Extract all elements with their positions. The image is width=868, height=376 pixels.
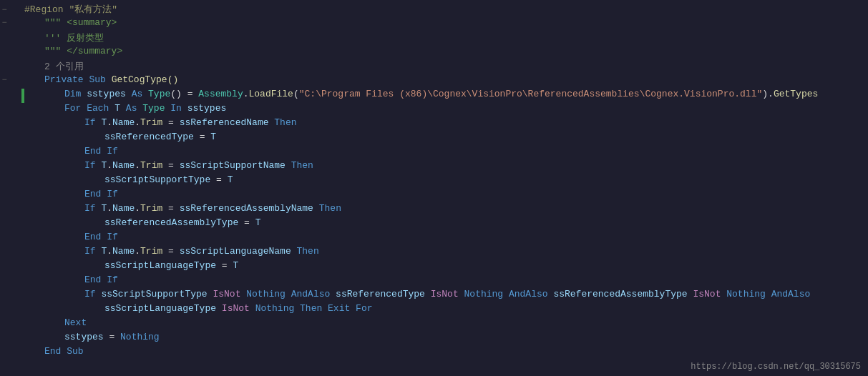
code-line: −#Region "私有方法" [0,3,868,17]
change-indicator [21,89,24,103]
token: ssScriptSupportName [180,160,291,171]
token: . [107,160,112,171]
token: Nothing [464,289,509,300]
code-tokens: #Region "私有方法" [24,3,117,16]
collapse-icon[interactable]: − [0,75,9,85]
code-line: Next [0,317,868,332]
token: = [222,260,233,271]
token: AndAlso [291,289,336,300]
code-tokens: If T.Name.Trim = ssScriptSupportName The… [84,160,313,171]
token: Assembly [198,89,243,99]
code-tokens: Next [64,317,87,328]
token: = [162,117,179,128]
token: T [255,217,261,228]
code-line: End If [0,232,868,246]
token: Name [112,203,135,214]
code-tokens: ssScriptLanguageType IsNot Nothing Then … [104,303,372,314]
code-tokens: If T.Name.Trim = ssReferencedAssemblyNam… [84,203,341,214]
token: ssReferencedType [104,132,200,142]
token: . [107,246,112,257]
token: For Each [64,103,114,114]
code-tokens: sstypes = Nothing [64,332,160,342]
line-gutter: − [0,18,21,28]
token: ssScriptLanguageType [104,303,222,314]
token: Then [291,160,313,171]
token: As [126,103,142,114]
token: Then [319,203,341,214]
code-tokens: Dim sstypes As Type() = Assembly.LoadFil… [64,89,818,99]
code-tokens: If T.Name.Trim = ssScriptLanguageName Th… [84,246,319,257]
token: sstypes [64,332,109,342]
token: End If [84,232,118,242]
code-line: ''' 反射类型 [0,31,868,46]
token: If [84,117,101,128]
token: ssReferencedName [180,117,275,128]
token: GetCogType() [112,74,179,85]
token: Trim [140,203,162,214]
token: IsNot [431,289,464,300]
token: . [135,160,140,171]
code-line: End Sub [0,346,868,360]
token: ssScriptSupportType [101,289,213,300]
token: = [162,160,179,171]
code-tokens: End Sub [44,346,84,357]
line-gutter: − [0,5,21,15]
code-line: ssReferencedType = T [0,132,868,146]
token: Nothing [246,289,291,300]
token: = [200,132,211,142]
token: ). [762,89,774,99]
token: Trim [140,117,162,128]
token: #Region [24,4,69,15]
token: ssScriptLanguageType [104,260,222,271]
token: AndAlso [509,289,553,300]
token: ( [293,89,299,99]
code-tokens: End If [84,146,118,157]
token: IsNot [213,289,246,300]
code-line: ssReferencedAssemblyType = T [0,217,868,232]
token: = [216,174,228,185]
token: ssReferencedAssemblyType [553,289,693,300]
code-line: ssScriptSupportType = T [0,174,868,189]
token: ssScriptSupportType [104,174,216,185]
token: Nothing [120,332,160,342]
token: Trim [140,160,162,171]
token: End Sub [44,346,84,357]
token: ssScriptLanguageName [180,246,297,257]
token: sstypes [187,103,227,114]
token: Dim [64,89,87,99]
code-tokens: Private Sub GetCogType() [44,74,178,85]
token: End If [84,146,118,157]
token: AndAlso [771,289,811,300]
token: . [107,203,112,214]
token: "C:\Program Files (x86)\Cognex\VisionPro… [299,89,763,99]
token: As [132,89,148,99]
token: If [84,246,101,257]
line-gutter: − [0,75,21,85]
token: Name [112,246,135,257]
token: Type [148,89,170,99]
token: . [135,203,140,214]
collapse-icon[interactable]: − [0,5,9,15]
code-tokens: 2 个引用 [44,60,84,73]
token: T [114,103,126,114]
token: """ [44,17,61,28]
token: 2 个引用 [44,61,84,72]
token: = [109,332,120,342]
code-line: 2 个引用 [0,60,868,74]
token: . [243,89,249,99]
code-line: If T.Name.Trim = ssReferencedName Then [0,117,868,132]
token: Nothing [255,303,300,314]
code-editor: −#Region "私有方法"−""" <summary>''' 反射类型"""… [0,0,868,376]
code-tokens: End If [84,274,118,285]
token: = [162,203,179,214]
collapse-icon[interactable]: − [0,18,9,28]
token: Type [142,103,170,114]
token: . [107,117,112,128]
code-line: If T.Name.Trim = ssScriptSupportName The… [0,160,868,174]
token: () = [170,89,198,99]
code-tokens: ''' 反射类型 [44,31,104,44]
token: Then [297,246,319,257]
code-tokens: For Each T As Type In sstypes [64,103,226,114]
code-line: sstypes = Nothing [0,332,868,346]
code-line: End If [0,189,868,203]
